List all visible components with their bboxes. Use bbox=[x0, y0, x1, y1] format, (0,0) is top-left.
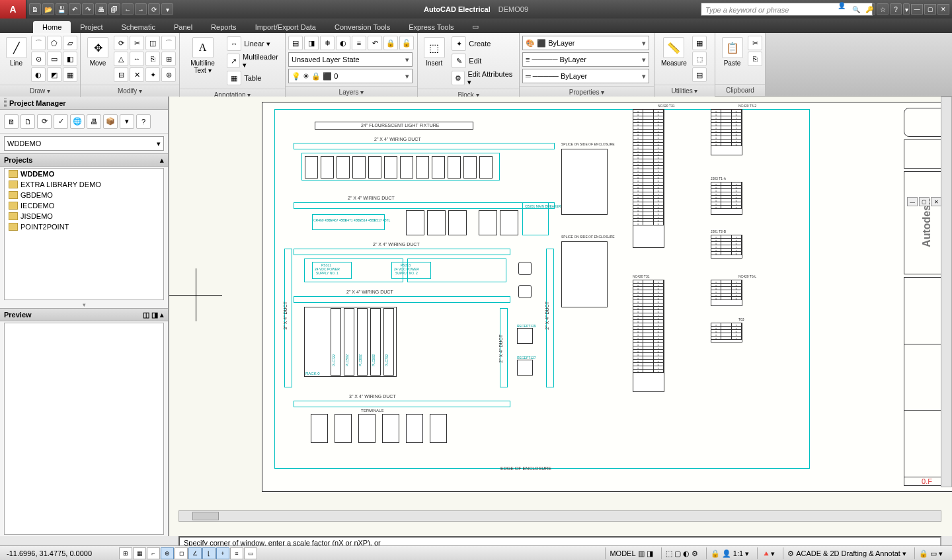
table-button[interactable]: ▦Table bbox=[224, 70, 282, 86]
offset-icon[interactable]: ⊟ bbox=[114, 67, 128, 82]
ortho-toggle[interactable]: ⌐ bbox=[147, 547, 160, 559]
project-item[interactable]: JISDEMO bbox=[5, 211, 163, 221]
trim-icon[interactable]: ✂ bbox=[130, 36, 144, 50]
panel-label[interactable]: Modify ▾ bbox=[81, 85, 179, 97]
maximize-button[interactable]: ▢ bbox=[924, 4, 936, 15]
stretch-icon[interactable]: ↔ bbox=[130, 52, 144, 66]
pm-preview-header[interactable]: Preview◫ ◨ ▴ bbox=[0, 308, 168, 321]
help-dropdown-icon[interactable]: ▾ bbox=[903, 3, 910, 15]
array-icon[interactable]: ⊞ bbox=[161, 52, 176, 66]
rectangle-icon[interactable]: ▭ bbox=[47, 52, 61, 66]
tab-overflow-icon[interactable]: ▭ bbox=[463, 20, 488, 33]
rotate-icon[interactable]: ⟳ bbox=[114, 36, 128, 50]
project-item[interactable]: EXTRA LIBRARY DEMO bbox=[5, 179, 163, 190]
tab-schematic[interactable]: Schematic bbox=[112, 21, 165, 33]
lwt-toggle[interactable]: ≡ bbox=[230, 547, 243, 559]
move-button[interactable]: ✥Move bbox=[83, 36, 112, 68]
util-1-icon[interactable]: ▦ bbox=[692, 36, 707, 50]
util-3-icon[interactable]: ▤ bbox=[692, 67, 707, 82]
mtext-button[interactable]: AMultiline Text ▾ bbox=[182, 36, 223, 75]
osnap-toggle[interactable]: ◻ bbox=[175, 547, 188, 559]
tab-reports[interactable]: Reports bbox=[202, 21, 246, 33]
measure-button[interactable]: 📏Measure bbox=[657, 36, 691, 68]
arc-icon[interactable]: ⌒ bbox=[31, 36, 46, 50]
pm-refresh-icon[interactable]: ⟳ bbox=[37, 114, 52, 129]
qat-new-icon[interactable]: 🗎 bbox=[29, 3, 41, 15]
cut-icon[interactable]: ✂ bbox=[748, 36, 762, 50]
util-2-icon[interactable]: ⬚ bbox=[692, 52, 707, 66]
qat-prev-icon[interactable]: ← bbox=[122, 3, 134, 15]
panel-label[interactable]: Utilities ▾ bbox=[654, 85, 715, 97]
project-item[interactable]: WDDEMO bbox=[5, 169, 163, 179]
tab-import-export[interactable]: Import/Export Data bbox=[246, 21, 325, 33]
horizontal-scrollbar[interactable] bbox=[178, 510, 941, 522]
qat-next-icon[interactable]: → bbox=[135, 3, 147, 15]
pm-task-icon[interactable]: ✓ bbox=[54, 114, 68, 129]
layer-off-icon[interactable]: ◐ bbox=[336, 36, 350, 50]
mirror-icon[interactable]: ◫ bbox=[145, 36, 160, 50]
tab-conversion[interactable]: Conversion Tools bbox=[325, 21, 399, 33]
layer-unlock-icon[interactable]: 🔓 bbox=[399, 36, 414, 50]
tab-express[interactable]: Express Tools bbox=[399, 21, 463, 33]
polygon-icon[interactable]: ⬠ bbox=[47, 36, 61, 50]
qat-sync-icon[interactable]: ⟳ bbox=[148, 3, 160, 15]
join-icon[interactable]: ⊕ bbox=[161, 67, 176, 82]
minimize-button[interactable]: — bbox=[911, 4, 923, 15]
app-logo[interactable]: A bbox=[0, 0, 26, 19]
project-item[interactable]: POINT2POINT bbox=[5, 221, 163, 232]
copy-icon[interactable]: ⎘ bbox=[145, 52, 160, 66]
color-combo[interactable]: 🎨 ⬛ ByLayer bbox=[522, 36, 649, 50]
layer-iso-icon[interactable]: ◨ bbox=[304, 36, 319, 50]
erase-icon[interactable]: ✕ bbox=[130, 67, 144, 82]
explode-icon[interactable]: ✦ bbox=[145, 67, 160, 82]
qat-save-icon[interactable]: 💾 bbox=[56, 3, 67, 15]
status-icons[interactable]: ⬚ ▢ ◐ ⚙ bbox=[661, 547, 702, 559]
lineweight-combo[interactable]: ≡ ───── ByLayer bbox=[522, 52, 649, 67]
copy-clip-icon[interactable]: ⎘ bbox=[748, 52, 762, 66]
pm-new-icon[interactable]: 🗎 bbox=[4, 114, 19, 129]
workspace-combo[interactable]: ⚙ACADE & 2D Drafting & Annotat▾ bbox=[783, 547, 910, 559]
layer-match-icon[interactable]: ≡ bbox=[352, 36, 366, 50]
layer-state-combo[interactable]: Unsaved Layer State bbox=[288, 52, 413, 67]
key-icon[interactable]: 🔑 bbox=[863, 3, 875, 15]
gradient-icon[interactable]: ▦ bbox=[63, 67, 77, 82]
project-item[interactable]: GBDEMO bbox=[5, 190, 163, 200]
project-item[interactable]: IECDEMO bbox=[5, 200, 163, 211]
panel-label[interactable]: Draw ▾ bbox=[0, 85, 80, 97]
layer-combo[interactable]: 💡 ☀ 🔒 ⬛ 0 bbox=[288, 69, 413, 83]
ellipse-icon[interactable]: ◐ bbox=[31, 67, 46, 82]
linear-dim-button[interactable]: ↔Linear ▾ bbox=[224, 36, 282, 52]
qat-more-icon[interactable]: ▾ bbox=[161, 3, 173, 15]
insert-button[interactable]: ⬚Insert bbox=[420, 36, 448, 68]
ducs-toggle[interactable]: ⌊ bbox=[202, 547, 216, 559]
model-toggle[interactable]: MODEL ▥ ◨ bbox=[605, 547, 656, 559]
anno-toggle[interactable]: 🔺▾ bbox=[757, 547, 779, 559]
pm-new-dwg-icon[interactable]: 🗋 bbox=[20, 114, 35, 129]
layer-lock-icon[interactable]: 🔒 bbox=[383, 36, 398, 50]
doc-close-button[interactable]: ✕ bbox=[931, 197, 941, 206]
dyn-toggle[interactable]: + bbox=[216, 547, 229, 559]
help-icon[interactable]: ? bbox=[890, 3, 902, 15]
pm-help-icon[interactable]: ? bbox=[136, 114, 151, 129]
paste-button[interactable]: 📋Paste bbox=[718, 36, 746, 68]
grid-toggle[interactable]: ▦ bbox=[133, 547, 146, 559]
tab-panel[interactable]: Panel bbox=[165, 21, 202, 33]
tab-project[interactable]: Project bbox=[71, 21, 112, 33]
circle-icon[interactable]: ⊙ bbox=[31, 52, 46, 66]
edit-block-button[interactable]: ✎Edit bbox=[449, 53, 516, 69]
linetype-combo[interactable]: ═ ───── ByLayer bbox=[522, 69, 649, 83]
pm-tree[interactable]: WDDEMO EXTRA LIBRARY DEMO GBDEMO IECDEMO… bbox=[4, 168, 164, 300]
qat-batch-icon[interactable]: 🗐 bbox=[108, 3, 120, 15]
fillet-icon[interactable]: ⌒ bbox=[161, 36, 176, 50]
drawing-canvas[interactable]: — ▢ ✕ 24" FLOURESCENT LIGHT FIXTURE 2" X… bbox=[169, 97, 952, 536]
multileader-button[interactable]: ↗Multileader ▾ bbox=[224, 53, 282, 69]
pm-zip-icon[interactable]: 📦 bbox=[103, 114, 118, 129]
qat-undo-icon[interactable]: ↶ bbox=[69, 3, 81, 15]
qat-open-icon[interactable]: 📂 bbox=[42, 3, 54, 15]
doc-minimize-button[interactable]: — bbox=[907, 197, 918, 206]
status-tray[interactable]: 🔒 ▭ ▾ bbox=[914, 547, 947, 559]
create-block-button[interactable]: ✦Create bbox=[449, 36, 516, 52]
pm-projects-header[interactable]: Projects▴ bbox=[0, 153, 168, 167]
shape-icon[interactable]: ▱ bbox=[63, 36, 77, 50]
line-button[interactable]: ╱Line bbox=[3, 36, 30, 68]
